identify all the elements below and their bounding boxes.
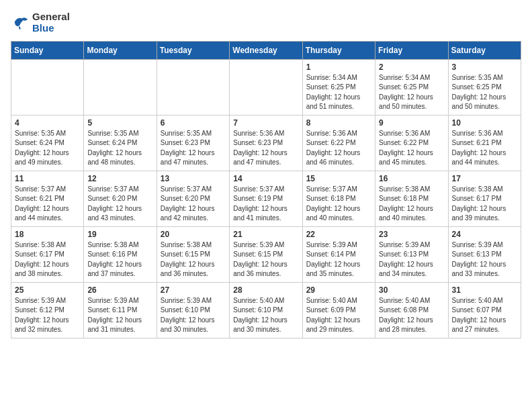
day-number: 19 — [87, 230, 152, 239]
day-info: Sunrise: 5:34 AM Sunset: 6:25 PM Dayligh… — [379, 73, 444, 112]
calendar-cell — [84, 59, 157, 115]
logo-text-line2: Blue — [32, 22, 70, 34]
day-info: Sunrise: 5:35 AM Sunset: 6:24 PM Dayligh… — [87, 129, 152, 168]
day-info: Sunrise: 5:36 AM Sunset: 6:22 PM Dayligh… — [379, 129, 444, 168]
calendar-cell: 25Sunrise: 5:39 AM Sunset: 6:12 PM Dayli… — [11, 282, 84, 338]
col-header-friday: Friday — [375, 41, 448, 59]
week-row-2: 4Sunrise: 5:35 AM Sunset: 6:24 PM Daylig… — [11, 115, 521, 171]
calendar-cell: 8Sunrise: 5:36 AM Sunset: 6:22 PM Daylig… — [302, 115, 375, 171]
logo-icon — [11, 13, 30, 32]
day-number: 28 — [233, 285, 298, 295]
day-number: 12 — [87, 174, 152, 183]
day-number: 26 — [87, 285, 152, 295]
calendar-cell: 4Sunrise: 5:35 AM Sunset: 6:24 PM Daylig… — [11, 115, 84, 171]
day-number: 13 — [161, 174, 226, 183]
day-number: 17 — [452, 174, 517, 183]
day-info: Sunrise: 5:34 AM Sunset: 6:25 PM Dayligh… — [306, 73, 371, 112]
day-info: Sunrise: 5:40 AM Sunset: 6:07 PM Dayligh… — [452, 296, 517, 335]
calendar-cell — [11, 59, 84, 115]
day-info: Sunrise: 5:39 AM Sunset: 6:10 PM Dayligh… — [161, 296, 226, 335]
calendar-cell: 6Sunrise: 5:35 AM Sunset: 6:23 PM Daylig… — [157, 115, 229, 171]
calendar-cell: 26Sunrise: 5:39 AM Sunset: 6:11 PM Dayli… — [84, 282, 157, 338]
day-number: 29 — [306, 285, 371, 295]
day-number: 8 — [306, 118, 371, 128]
calendar-cell: 14Sunrise: 5:37 AM Sunset: 6:19 PM Dayli… — [230, 171, 302, 226]
day-number: 4 — [15, 118, 80, 128]
day-number: 30 — [379, 285, 444, 295]
day-info: Sunrise: 5:36 AM Sunset: 6:21 PM Dayligh… — [452, 129, 517, 168]
day-number: 9 — [379, 118, 444, 128]
day-info: Sunrise: 5:38 AM Sunset: 6:15 PM Dayligh… — [161, 240, 226, 279]
day-info: Sunrise: 5:40 AM Sunset: 6:09 PM Dayligh… — [306, 296, 371, 335]
day-info: Sunrise: 5:39 AM Sunset: 6:13 PM Dayligh… — [379, 240, 444, 279]
day-number: 7 — [233, 118, 298, 128]
day-number: 1 — [306, 62, 371, 72]
week-row-4: 18Sunrise: 5:38 AM Sunset: 6:17 PM Dayli… — [11, 226, 521, 282]
calendar-cell: 31Sunrise: 5:40 AM Sunset: 6:07 PM Dayli… — [448, 282, 521, 338]
calendar-header-row: SundayMondayTuesdayWednesdayThursdayFrid… — [11, 41, 521, 59]
day-number: 16 — [379, 174, 444, 183]
day-info: Sunrise: 5:37 AM Sunset: 6:18 PM Dayligh… — [306, 185, 371, 224]
calendar-cell: 28Sunrise: 5:40 AM Sunset: 6:10 PM Dayli… — [230, 282, 302, 338]
calendar-cell: 3Sunrise: 5:35 AM Sunset: 6:25 PM Daylig… — [448, 59, 521, 115]
day-info: Sunrise: 5:37 AM Sunset: 6:20 PM Dayligh… — [87, 185, 152, 224]
day-number: 14 — [233, 174, 298, 183]
week-row-1: 1Sunrise: 5:34 AM Sunset: 6:25 PM Daylig… — [11, 59, 521, 115]
day-number: 20 — [161, 230, 226, 239]
calendar-cell: 21Sunrise: 5:39 AM Sunset: 6:15 PM Dayli… — [230, 226, 302, 282]
calendar-cell: 12Sunrise: 5:37 AM Sunset: 6:20 PM Dayli… — [84, 171, 157, 226]
calendar-cell: 9Sunrise: 5:36 AM Sunset: 6:22 PM Daylig… — [375, 115, 448, 171]
calendar-cell: 10Sunrise: 5:36 AM Sunset: 6:21 PM Dayli… — [448, 115, 521, 171]
day-info: Sunrise: 5:37 AM Sunset: 6:20 PM Dayligh… — [161, 185, 226, 224]
day-info: Sunrise: 5:35 AM Sunset: 6:23 PM Dayligh… — [161, 129, 226, 168]
day-number: 18 — [15, 230, 80, 239]
day-number: 5 — [87, 118, 152, 128]
calendar-cell — [157, 59, 229, 115]
day-info: Sunrise: 5:38 AM Sunset: 6:16 PM Dayligh… — [87, 240, 152, 279]
col-header-thursday: Thursday — [302, 41, 375, 59]
calendar-cell: 13Sunrise: 5:37 AM Sunset: 6:20 PM Dayli… — [157, 171, 229, 226]
day-info: Sunrise: 5:35 AM Sunset: 6:24 PM Dayligh… — [15, 129, 80, 168]
day-info: Sunrise: 5:36 AM Sunset: 6:23 PM Dayligh… — [233, 129, 298, 168]
day-number: 22 — [306, 230, 371, 239]
day-info: Sunrise: 5:37 AM Sunset: 6:21 PM Dayligh… — [15, 185, 80, 224]
logo-text-line1: General — [32, 11, 70, 22]
day-number: 3 — [452, 62, 517, 72]
calendar-table: SundayMondayTuesdayWednesdayThursdayFrid… — [11, 41, 521, 338]
day-info: Sunrise: 5:39 AM Sunset: 6:13 PM Dayligh… — [452, 240, 517, 279]
col-header-sunday: Sunday — [11, 41, 84, 59]
calendar-cell: 2Sunrise: 5:34 AM Sunset: 6:25 PM Daylig… — [375, 59, 448, 115]
day-info: Sunrise: 5:39 AM Sunset: 6:12 PM Dayligh… — [15, 296, 80, 335]
day-number: 6 — [161, 118, 226, 128]
day-number: 15 — [306, 174, 371, 183]
day-info: Sunrise: 5:40 AM Sunset: 6:08 PM Dayligh… — [379, 296, 444, 335]
day-info: Sunrise: 5:39 AM Sunset: 6:15 PM Dayligh… — [233, 240, 298, 279]
calendar-cell: 19Sunrise: 5:38 AM Sunset: 6:16 PM Dayli… — [84, 226, 157, 282]
col-header-monday: Monday — [84, 41, 157, 59]
day-info: Sunrise: 5:37 AM Sunset: 6:19 PM Dayligh… — [233, 185, 298, 224]
calendar-cell: 24Sunrise: 5:39 AM Sunset: 6:13 PM Dayli… — [448, 226, 521, 282]
calendar-cell: 7Sunrise: 5:36 AM Sunset: 6:23 PM Daylig… — [230, 115, 302, 171]
day-number: 21 — [233, 230, 298, 239]
day-number: 23 — [379, 230, 444, 239]
day-info: Sunrise: 5:38 AM Sunset: 6:18 PM Dayligh… — [379, 185, 444, 224]
calendar-cell: 5Sunrise: 5:35 AM Sunset: 6:24 PM Daylig… — [84, 115, 157, 171]
day-info: Sunrise: 5:38 AM Sunset: 6:17 PM Dayligh… — [452, 185, 517, 224]
week-row-5: 25Sunrise: 5:39 AM Sunset: 6:12 PM Dayli… — [11, 282, 521, 338]
col-header-saturday: Saturday — [448, 41, 521, 59]
calendar-cell: 27Sunrise: 5:39 AM Sunset: 6:10 PM Dayli… — [157, 282, 229, 338]
calendar-cell: 11Sunrise: 5:37 AM Sunset: 6:21 PM Dayli… — [11, 171, 84, 226]
day-number: 27 — [161, 285, 226, 295]
week-row-3: 11Sunrise: 5:37 AM Sunset: 6:21 PM Dayli… — [11, 171, 521, 226]
day-info: Sunrise: 5:38 AM Sunset: 6:17 PM Dayligh… — [15, 240, 80, 279]
day-info: Sunrise: 5:39 AM Sunset: 6:14 PM Dayligh… — [306, 240, 371, 279]
calendar-cell: 29Sunrise: 5:40 AM Sunset: 6:09 PM Dayli… — [302, 282, 375, 338]
page-header: General Blue — [11, 11, 521, 34]
day-info: Sunrise: 5:40 AM Sunset: 6:10 PM Dayligh… — [233, 296, 298, 335]
day-info: Sunrise: 5:35 AM Sunset: 6:25 PM Dayligh… — [452, 73, 517, 112]
day-number: 2 — [379, 62, 444, 72]
calendar-cell — [230, 59, 302, 115]
calendar-cell: 17Sunrise: 5:38 AM Sunset: 6:17 PM Dayli… — [448, 171, 521, 226]
col-header-tuesday: Tuesday — [157, 41, 229, 59]
calendar-cell: 23Sunrise: 5:39 AM Sunset: 6:13 PM Dayli… — [375, 226, 448, 282]
